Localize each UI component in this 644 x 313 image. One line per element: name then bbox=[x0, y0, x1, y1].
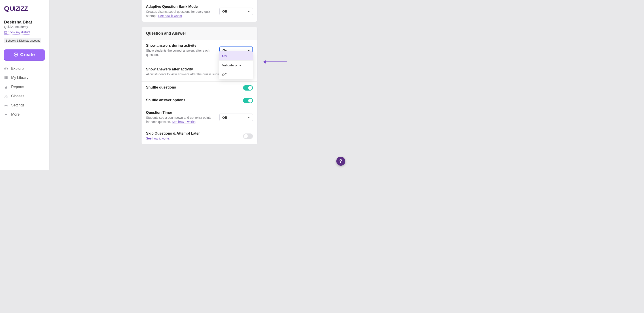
skip-toggle[interactable] bbox=[243, 134, 253, 139]
sidebar-item-more[interactable]: More bbox=[4, 112, 45, 116]
adaptive-title: Adaptive Question Bank Mode bbox=[146, 5, 216, 9]
plus-icon bbox=[14, 52, 18, 56]
svg-rect-7 bbox=[7, 76, 8, 79]
caret-down-icon bbox=[248, 11, 250, 12]
settings-card-top: improve accuracy. Adaptive Question Bank… bbox=[141, 0, 258, 22]
user-block: Deeksha Bhat Quizizz Academy View my dis… bbox=[4, 20, 45, 43]
skip-link[interactable]: See how it works bbox=[146, 136, 170, 140]
sidebar-item-settings[interactable]: Settings bbox=[4, 103, 45, 107]
timer-link[interactable]: See how it works bbox=[172, 120, 196, 124]
row-shuffle-answers: Shuffle answer options bbox=[142, 94, 258, 107]
chart-icon bbox=[4, 85, 8, 89]
sidebar-item-reports[interactable]: Reports bbox=[4, 85, 45, 89]
sidebar-item-label: My Library bbox=[11, 76, 28, 80]
settings-panel: improve accuracy. Adaptive Question Bank… bbox=[141, 0, 258, 149]
show-during-title: Show answers during activity bbox=[146, 44, 216, 48]
annotation-arrow bbox=[263, 60, 287, 64]
svg-marker-4 bbox=[5, 68, 7, 69]
shuffle-q-toggle[interactable] bbox=[243, 85, 253, 90]
row-question-timer: Question Timer Students see a countdown … bbox=[142, 107, 258, 128]
svg-rect-5 bbox=[5, 76, 5, 79]
shuffle-a-title: Shuffle answer options bbox=[146, 98, 240, 102]
skip-title: Skip Questions & Attempt Later bbox=[146, 132, 240, 136]
caret-down-icon bbox=[248, 117, 250, 118]
caret-up-icon bbox=[248, 50, 250, 51]
svg-rect-8 bbox=[5, 87, 6, 88]
create-button-label: Create bbox=[20, 52, 35, 57]
sidebar-item-explore[interactable]: Explore bbox=[4, 66, 45, 71]
svg-point-13 bbox=[6, 105, 7, 106]
quizizz-logo-icon: Q UIZIZZ bbox=[4, 4, 37, 12]
dropdown-option-off[interactable]: Off bbox=[219, 70, 253, 79]
sidebar-item-label: Explore bbox=[11, 66, 24, 71]
sidebar-item-label: More bbox=[11, 112, 20, 116]
chevron-down-icon bbox=[4, 112, 8, 116]
create-button[interactable]: Create bbox=[4, 50, 45, 60]
timer-title: Question Timer bbox=[146, 111, 216, 115]
settings-card-qa: Question and Answer Show answers during … bbox=[141, 27, 258, 144]
help-fab[interactable]: ? bbox=[336, 157, 345, 166]
svg-point-12 bbox=[6, 95, 8, 96]
adaptive-dropdown-value: Off bbox=[222, 10, 227, 13]
dropdown-option-on[interactable]: On bbox=[219, 51, 253, 60]
brand-logo: Q UIZIZZ bbox=[4, 4, 45, 14]
show-during-dropdown-menu: On Validate only Off bbox=[219, 51, 253, 79]
svg-text:UIZIZZ: UIZIZZ bbox=[10, 5, 28, 12]
sidebar-item-label: Settings bbox=[11, 103, 24, 107]
svg-text:Q: Q bbox=[4, 5, 9, 12]
timer-desc: Students see a countdown and get extra p… bbox=[146, 116, 216, 124]
sidebar-item-label: Reports bbox=[11, 85, 24, 89]
user-name: Deeksha Bhat bbox=[4, 20, 45, 24]
svg-point-2 bbox=[7, 11, 8, 12]
timer-dropdown-value: Off bbox=[222, 116, 227, 120]
row-shuffle-questions: Shuffle questions bbox=[142, 82, 258, 94]
show-during-desc: Show students the correct answers after … bbox=[146, 48, 216, 57]
user-academy: Quizizz Academy bbox=[4, 25, 45, 28]
view-district-label: View my district bbox=[8, 30, 30, 34]
shuffle-a-toggle[interactable] bbox=[243, 98, 253, 103]
adaptive-link[interactable]: See how it works bbox=[158, 14, 182, 18]
adaptive-dropdown[interactable]: Off bbox=[219, 8, 253, 15]
help-icon: ? bbox=[339, 158, 342, 164]
district-icon bbox=[4, 31, 7, 34]
content-area: improve accuracy. Adaptive Question Bank… bbox=[52, 0, 349, 170]
svg-point-11 bbox=[5, 95, 6, 96]
sidebar-item-classes[interactable]: Classes bbox=[4, 94, 45, 98]
svg-rect-9 bbox=[6, 86, 6, 88]
dropdown-option-validate[interactable]: Validate only bbox=[219, 60, 253, 70]
compass-icon bbox=[4, 66, 8, 71]
svg-rect-10 bbox=[7, 87, 7, 88]
account-type-badge: Schools & Districts account bbox=[4, 38, 41, 43]
library-icon bbox=[4, 76, 8, 80]
view-district-link[interactable]: View my district bbox=[4, 30, 30, 35]
row-adaptive: Adaptive Question Bank Mode Creates dist… bbox=[142, 1, 258, 22]
sidebar: Q UIZIZZ Deeksha Bhat Quizizz Academy Vi… bbox=[0, 0, 49, 170]
adaptive-desc: Creates distinct set of questions for ev… bbox=[146, 10, 216, 18]
row-show-answers-during: Show answers during activity Show studen… bbox=[142, 40, 258, 62]
gear-icon bbox=[4, 103, 8, 107]
shuffle-q-title: Shuffle questions bbox=[146, 86, 240, 90]
row-skip-questions: Skip Questions & Attempt Later See how i… bbox=[142, 128, 258, 144]
svg-rect-6 bbox=[6, 76, 6, 79]
timer-dropdown[interactable]: Off bbox=[219, 114, 253, 121]
qa-section-title: Question and Answer bbox=[142, 27, 258, 40]
sidebar-nav: Explore My Library Reports Classes Setti… bbox=[4, 66, 45, 116]
sidebar-item-my-library[interactable]: My Library bbox=[4, 76, 45, 80]
sidebar-item-label: Classes bbox=[11, 94, 24, 98]
classes-icon bbox=[4, 94, 8, 98]
